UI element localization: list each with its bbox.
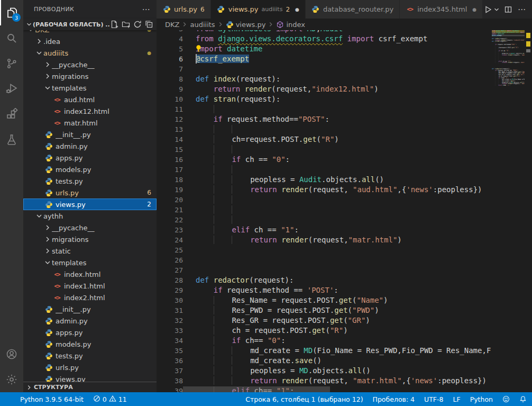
code-line-4[interactable]: 4from django.views.decorators.csrf impor… [157,34,532,44]
tree-item-views.py[interactable]: views.py2 [23,199,157,210]
tree-item-views.py[interactable]: views.py [23,373,157,382]
collapse-all-icon[interactable] [145,20,153,29]
horizontal-scrollbar[interactable] [183,386,330,392]
split-editor-icon[interactable] [502,4,514,15]
tree-item-__init__.py[interactable]: __init__.py [23,303,157,315]
code-line-7[interactable]: 7 [157,64,532,74]
code-line-27[interactable]: 27 [157,265,532,275]
code-editor[interactable]: 3from aythh.models import MD,Audit4from … [157,30,532,392]
code-line-9[interactable]: 9 return render(request,"index12.html") [157,84,532,94]
tree-item-index12.html[interactable]: <>index12.html [23,105,157,117]
new-file-icon[interactable] [110,20,118,29]
code-line-14[interactable]: 14 ch=request.POST.get("R") [157,134,532,145]
eol-status[interactable]: LF [453,395,461,403]
activity-extensions-icon[interactable] [0,102,23,127]
code-line-32[interactable]: 32 Res_GR = request.POST.get("GR") [157,315,532,326]
encoding-status[interactable]: UTF-8 [424,395,443,403]
language-mode-status[interactable]: Python [470,395,493,403]
tree-item-aythh[interactable]: aythh [23,210,157,222]
activity-search-icon[interactable] [0,25,23,51]
code-line-15[interactable]: 15 [157,145,532,155]
code-line-21[interactable]: 21 [157,205,532,215]
code-line-24[interactable]: 24 return render(request,"matr.html") [157,235,532,245]
views-and-more-actions-icon[interactable]: ⋯ [142,5,150,14]
tree-item-apps.py[interactable]: apps.py [23,152,157,164]
dirty-indicator[interactable]: ● [295,7,299,12]
cursor-position-status[interactable]: Строка 6, столбец 1 (выбрано 12) [245,395,363,403]
code-line-33[interactable]: 33 ch = request.POST.get("R") [157,326,532,336]
code-line-31[interactable]: 31 Res_PWD = request.POST.get("PWD") [157,305,532,315]
tree-item-index.html[interactable]: <>index.html [23,268,157,280]
code-line-13[interactable]: 13 [157,124,532,134]
tree-item-index2.html[interactable]: <>index2.html [23,292,157,303]
code-line-19[interactable]: 19 return render(request, "aud.html",{'n… [157,185,532,195]
code-line-17[interactable]: 17 [157,165,532,175]
tree-item-models.py[interactable]: models.py [23,164,157,175]
activity-explorer-icon[interactable]: 3 [0,0,23,25]
tab-index345.html[interactable]: <>index345.html● [400,0,483,19]
tab-views.py[interactable]: views.pyaudiiits2● [211,0,306,19]
tree-item-admin.py[interactable]: admin.py [23,315,157,327]
tree-item-tests.py[interactable]: tests.py [23,350,157,362]
lightbulb-icon[interactable] [195,44,203,52]
tree-item-audiiits[interactable]: audiiits● [23,47,157,59]
code-line-25[interactable]: 25 [157,245,532,255]
code-line-23[interactable]: 23 elif ch == "1": [157,225,532,235]
indentation-status[interactable]: Пробелов: 4 [373,395,415,403]
more-actions-icon[interactable]: ⋯ [516,4,528,15]
minimap[interactable]: from aythh.models import MD,Auditfrom dj… [492,30,525,104]
tree-item-static[interactable]: static [23,245,157,257]
tree-item-models.py[interactable]: models.py [23,338,157,350]
tree-item-.idea[interactable]: .idea [23,35,157,47]
tree-item-migrations[interactable]: migrations [23,233,157,245]
outline-section-header[interactable]: СТРУКТУРА [23,382,157,392]
code-line-3[interactable]: 3from aythh.models import MD,Audit [157,30,532,34]
code-line-20[interactable]: 20 [157,195,532,205]
breadcrumb-item-DKZ[interactable]: DKZ [165,21,179,29]
code-line-22[interactable]: 22 [157,215,532,225]
tab-urls.py[interactable]: urls.py6 [157,0,211,19]
tree-item-apps.py[interactable]: apps.py [23,327,157,338]
feedback-icon[interactable] [502,395,510,403]
code-line-10[interactable]: 10def stran(request): [157,94,532,104]
tree-item-templates[interactable]: templates [23,82,157,94]
tree-item-aud.html[interactable]: <>aud.html [23,94,157,105]
code-line-6[interactable]: 6@csrf_exempt [157,54,532,64]
tree-item-tests.py[interactable]: tests.py [23,175,157,187]
tab-database_roouter.py[interactable]: database_roouter.py [306,0,400,19]
activity-source-control-icon[interactable] [0,51,23,76]
code-line-11[interactable]: 11 [157,104,532,114]
code-line-5[interactable]: 5import datetime [157,44,532,54]
problems-status[interactable]: 0 11 [93,395,127,404]
tree-item-__pycache__[interactable]: __pycache__ [23,222,157,233]
tree-item-migrations[interactable]: migrations [23,70,157,82]
code-line-8[interactable]: 8def index(request): [157,74,532,84]
tree-item-index1.html[interactable]: <>index1.html [23,280,157,292]
activity-run-debug-icon[interactable] [0,76,23,102]
workspace-section-header[interactable]: (РАБОЧАЯ ОБЛАСТЬ) ... [23,19,157,30]
tree-item-templates[interactable]: templates [23,257,157,268]
breadcrumb-item-index[interactable]: index [276,21,305,29]
code-line-29[interactable]: 29 if request.method == 'POST': [157,285,532,295]
code-line-38[interactable]: 38 return render(request, "matr.html",{'… [157,376,532,386]
new-folder-icon[interactable] [122,20,130,29]
code-line-26[interactable]: 26 [157,255,532,265]
tree-item-__pycache__[interactable]: __pycache__ [23,59,157,70]
activity-settings-icon[interactable] [0,367,23,392]
code-line-12[interactable]: 12 if request.method=="POST": [157,114,532,124]
python-interpreter-status[interactable]: Python 3.9.5 64-bit [20,395,84,403]
code-line-30[interactable]: 30 Res_Name = request.POST.get("Name") [157,295,532,305]
code-line-36[interactable]: 36 md_create.save() [157,356,532,366]
run-dropdown-icon[interactable] [493,4,500,15]
code-line-28[interactable]: 28def redactor(request): [157,275,532,285]
run-icon[interactable] [482,4,494,15]
tree-item-urls.py[interactable]: urls.py [23,362,157,373]
code-line-18[interactable]: 18 peopless = Audit.objects.all() [157,175,532,185]
activity-testing-icon[interactable] [0,127,23,152]
activity-account-icon[interactable] [0,341,23,367]
tree-item-matr.html[interactable]: <>matr.html [23,117,157,129]
refresh-icon[interactable] [133,20,142,29]
code-line-16[interactable]: 16 if ch == "0": [157,155,532,165]
tree-item-__init__.py[interactable]: __init__.py [23,129,157,140]
bell-icon[interactable] [519,395,527,403]
